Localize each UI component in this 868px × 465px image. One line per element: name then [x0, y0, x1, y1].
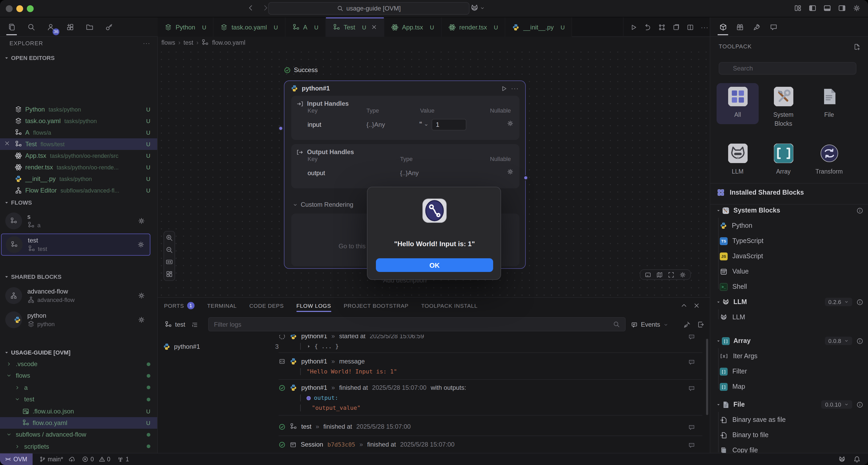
- shared-block-python[interactable]: pythonpython: [1, 309, 150, 331]
- toggle-secondary-sidebar-icon[interactable]: [838, 4, 846, 12]
- block-group-Array[interactable]: [ ]Array0.0.8: [710, 335, 868, 347]
- tab-__init__.py[interactable]: __init__.pyU: [505, 17, 572, 37]
- traffic-zoom-button[interactable]: [27, 5, 34, 12]
- open-editor-App.tsx[interactable]: App.tsxtasks/python/oo-render/srcU: [0, 150, 158, 162]
- run-node-icon[interactable]: [500, 85, 507, 92]
- flow-card-s[interactable]: sa: [1, 210, 150, 232]
- toolpack-category-Transform[interactable]: Transform: [808, 140, 850, 176]
- node-header[interactable]: python#1 ···: [284, 82, 525, 95]
- block-item-Copy file[interactable]: Copy file: [710, 444, 868, 453]
- secondary-gift-button[interactable]: [735, 20, 745, 34]
- panel-close-icon[interactable]: [693, 302, 700, 309]
- toolpack-category-Array[interactable]: Array: [762, 140, 804, 176]
- tab-Test[interactable]: TestU: [326, 17, 384, 37]
- panel-tab-FLOW LOGS[interactable]: FLOW LOGS: [296, 298, 331, 314]
- export-logs-icon[interactable]: [697, 321, 705, 328]
- info-icon[interactable]: [857, 338, 863, 344]
- split-editor-icon[interactable]: [687, 23, 694, 31]
- version-select[interactable]: 0.2.6: [825, 298, 852, 306]
- tree-item-flow.oo.yaml[interactable]: flow.oo.yamlU: [0, 417, 158, 429]
- custom-rendering-section[interactable]: Custom Rendering: [293, 201, 353, 208]
- section-flows[interactable]: FLOWS: [0, 197, 158, 208]
- flow-settings-icon[interactable]: [137, 241, 145, 248]
- tree-item-.flow.ui.oo.json[interactable]: .flow.ui.oo.jsonU: [0, 405, 158, 417]
- activity-accounts-button[interactable]: 36: [44, 20, 57, 34]
- more-actions-icon[interactable]: ···: [143, 40, 150, 46]
- back-arrow-icon[interactable]: [247, 4, 254, 11]
- more-ellipsis-icon[interactable]: ···: [701, 23, 709, 31]
- block-item-JavaScript[interactable]: JSJavaScript: [710, 250, 868, 262]
- flow-card-test[interactable]: testtest: [1, 234, 150, 256]
- new-file-icon[interactable]: [853, 43, 861, 51]
- command-center-search[interactable]: usage-guide [OVM]: [268, 2, 469, 15]
- section-shared-blocks[interactable]: SHARED BLOCKS: [0, 271, 158, 283]
- panel-tab-TERMINAL[interactable]: TERMINAL: [207, 298, 237, 314]
- info-icon[interactable]: [857, 401, 863, 408]
- breadcrumb-test[interactable]: test: [184, 39, 193, 46]
- toolpack-category-System Blocks[interactable]: SystemBlocks: [762, 83, 804, 128]
- section-open-editors[interactable]: OPEN EDITORS: [0, 52, 158, 64]
- activity-extensions-button[interactable]: [64, 20, 76, 34]
- pipeline-icon[interactable]: [658, 23, 665, 31]
- panel-tab-TOOLPACK INSTALL[interactable]: TOOLPACK INSTALL: [421, 298, 478, 314]
- sync-cloud-icon[interactable]: [68, 456, 75, 463]
- log-annotation-icon[interactable]: [688, 424, 695, 431]
- value-mode-toggle[interactable]: ❝ ⌄: [419, 120, 429, 127]
- output-port[interactable]: [523, 175, 528, 180]
- info-icon[interactable]: [857, 298, 863, 306]
- breadcrumb-file[interactable]: flow.oo.yaml: [212, 39, 246, 46]
- block-item-Iter Args[interactable]: [x]Iter Args: [710, 350, 868, 362]
- events-filter-select[interactable]: Events: [631, 321, 668, 328]
- log-annotation-icon[interactable]: [688, 442, 695, 449]
- toggle-panel-icon[interactable]: [823, 4, 831, 12]
- toolpack-category-LLM[interactable]: LLM: [717, 140, 758, 176]
- log-annotation-icon[interactable]: [688, 359, 695, 366]
- tab-task.oo.yaml[interactable]: task.oo.yamlU: [214, 17, 285, 37]
- version-select[interactable]: 0.0.8: [825, 337, 852, 345]
- log-entry[interactable]: python#1»finished at2025/5/28 15:07:00wi…: [279, 384, 706, 411]
- open-editor-render.tsx[interactable]: render.tsxtasks/python/oo-rende...U: [0, 162, 158, 173]
- logs-scrollbar[interactable]: [706, 339, 708, 415]
- block-item-Map[interactable]: [ ]Map: [710, 380, 868, 393]
- zoom-out-icon[interactable]: [165, 246, 173, 254]
- secondary-chat-button[interactable]: [768, 20, 779, 34]
- info-icon[interactable]: [857, 207, 863, 214]
- log-tree-toggle-icon[interactable]: [192, 321, 198, 328]
- panel-maximize-icon[interactable]: [681, 302, 687, 309]
- tab-render.tsx[interactable]: render.tsxU: [441, 17, 505, 37]
- secondary-toolpack-box-button[interactable]: [718, 20, 728, 34]
- log-entry[interactable]: Sessionb7d53c05»finished at2025/5/28 15:…: [279, 441, 706, 448]
- input-value-field[interactable]: [432, 119, 466, 130]
- panel-tab-PROJECT BOOTSTRAP[interactable]: PROJECT BOOTSTRAP: [344, 298, 409, 314]
- settings-gear-icon[interactable]: [853, 4, 861, 12]
- map-icon[interactable]: [656, 271, 663, 278]
- block-group-LLM[interactable]: LLM0.2.6: [710, 296, 868, 308]
- traffic-minimize-button[interactable]: [16, 5, 23, 12]
- open-editor-task.oo.yaml[interactable]: task.oo.yamltasks/pythonU: [0, 115, 158, 127]
- assistant-dog-icon[interactable]: [838, 455, 846, 463]
- toolpack-category-All[interactable]: All: [717, 83, 758, 124]
- open-editor-Flow Editor[interactable]: Flow Editorsubflows/advanced-fl...U: [0, 185, 158, 196]
- open-editor-A[interactable]: Aflows/aU: [0, 127, 158, 138]
- handle-settings-icon[interactable]: [507, 168, 514, 175]
- tab-Python[interactable]: PythonU: [158, 17, 214, 37]
- block-group-System Blocks[interactable]: System Blocks: [710, 204, 868, 217]
- log-source-item[interactable]: python#1 3: [163, 341, 279, 352]
- auto-layout-icon[interactable]: [165, 270, 173, 278]
- tree-item-scriptlets[interactable]: scriptlets: [0, 441, 158, 453]
- notifications-bell-icon[interactable]: [853, 456, 861, 463]
- tab-A[interactable]: AU: [285, 17, 326, 37]
- tab-App.tsx[interactable]: App.tsxU: [384, 17, 441, 37]
- activity-search-button[interactable]: [25, 20, 37, 34]
- log-annotation-icon[interactable]: [688, 335, 695, 340]
- tree-item-a[interactable]: a: [0, 382, 158, 394]
- log-expandable[interactable]: { ... }: [300, 343, 706, 350]
- block-item-Binary save as file[interactable]: Binary save as file: [710, 413, 868, 426]
- breadcrumb-flows[interactable]: flows: [161, 39, 175, 46]
- breadcrumb[interactable]: flows› test› flow.oo.yaml: [161, 37, 245, 49]
- toolpack-search-input[interactable]: [719, 62, 857, 75]
- block-settings-icon[interactable]: [138, 292, 145, 299]
- block-item-Binary to file[interactable]: Binary to file: [710, 429, 868, 441]
- node-more-icon[interactable]: ···: [511, 85, 519, 92]
- flow-settings-icon[interactable]: [138, 217, 145, 225]
